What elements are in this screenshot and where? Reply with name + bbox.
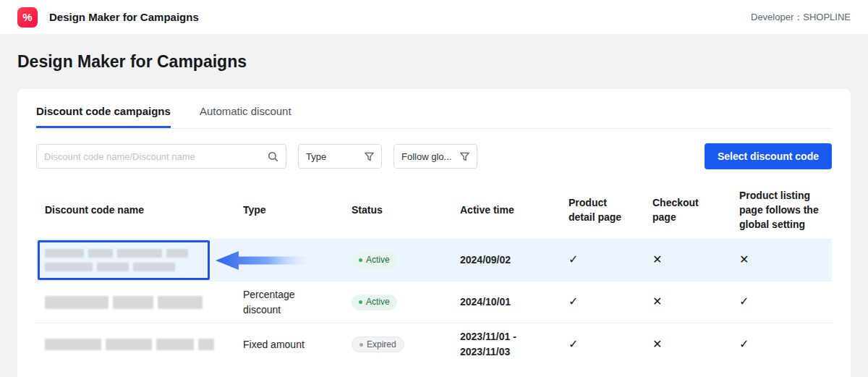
listing-check-icon: ✓ — [731, 331, 832, 358]
search-input[interactable] — [44, 151, 268, 162]
follow-global-filter-label: Follow glo... — [401, 151, 460, 162]
checkout-cross-icon: ✕ — [644, 331, 731, 358]
logo-glyph: % — [22, 11, 32, 23]
filter-funnel-icon — [460, 152, 469, 161]
search-icon — [268, 151, 278, 162]
redacted-name — [45, 296, 226, 309]
status-dot-icon — [359, 258, 362, 262]
status-label: Active — [366, 296, 390, 308]
campaigns-card: Discount code campaigns Automatic discou… — [17, 89, 851, 377]
filter-row: Type Follow glo... Select discount code — [36, 143, 832, 169]
type-filter-label: Type — [306, 151, 365, 162]
type-cell: Fixed amount — [234, 331, 343, 357]
select-discount-code-button[interactable]: Select discount code — [705, 143, 832, 169]
redacted-name — [45, 249, 226, 271]
header-checkout-page: Checkout page — [644, 190, 731, 231]
page-title: Design Maker for Campaigns — [17, 52, 851, 72]
active-time-cell: 2023/11/01 - 2023/11/03 — [451, 323, 560, 365]
app-title: Design Maker for Campaigns — [49, 11, 199, 23]
follow-global-filter-dropdown[interactable]: Follow glo... — [393, 144, 477, 169]
status-cell: Active — [343, 288, 451, 316]
tab-automatic-discount[interactable]: Automatic discount — [200, 101, 292, 128]
status-dot-icon — [359, 343, 363, 347]
status-label: Expired — [367, 339, 396, 351]
status-cell: Active — [343, 246, 451, 274]
table-header-row: Discount code name Type Status Active ti… — [36, 181, 832, 239]
table-row[interactable]: Percentage discount Active 2024/10/01 ✓ … — [36, 281, 832, 323]
status-label: Active — [366, 254, 390, 266]
discount-code-name-cell — [36, 243, 234, 277]
type-cell — [234, 255, 343, 266]
table-row[interactable]: Fixed amount Expired 2023/11/01 - 2023/1… — [36, 323, 832, 365]
tab-discount-code-campaigns[interactable]: Discount code campaigns — [36, 101, 171, 128]
product-detail-check-icon: ✓ — [560, 246, 644, 274]
header-active-time: Active time — [451, 197, 560, 223]
table-row[interactable]: Active 2024/09/02 ✓ ✕ ✕ — [36, 239, 832, 281]
campaigns-table: Discount code name Type Status Active ti… — [36, 181, 832, 365]
redacted-name — [45, 339, 226, 350]
product-detail-check-icon: ✓ — [560, 288, 644, 315]
listing-cross-icon: ✕ — [731, 246, 832, 274]
header-type: Type — [234, 197, 343, 223]
status-badge: Expired — [352, 336, 404, 352]
checkout-cross-icon: ✕ — [644, 288, 731, 315]
shopline-percent-logo-icon: % — [17, 7, 38, 27]
header-product-detail-page: Product detail page — [560, 190, 644, 231]
discount-code-name-cell — [36, 333, 234, 356]
status-badge: Active — [352, 253, 397, 268]
listing-check-icon: ✓ — [731, 288, 832, 315]
search-box[interactable] — [36, 144, 286, 169]
header-status: Status — [343, 197, 451, 223]
type-cell: Percentage discount — [234, 281, 343, 323]
checkout-cross-icon: ✕ — [644, 246, 731, 274]
active-time-cell: 2024/10/01 — [451, 289, 560, 315]
discount-code-name-cell — [36, 290, 234, 315]
tabs: Discount code campaigns Automatic discou… — [36, 89, 832, 129]
status-dot-icon — [359, 300, 362, 304]
filter-funnel-icon — [365, 152, 374, 161]
active-time-cell: 2024/09/02 — [451, 247, 560, 274]
header-product-listing-follows: Product listing page follows the global … — [731, 182, 832, 238]
header-discount-code-name: Discount code name — [36, 197, 234, 223]
page: Design Maker for Campaigns Discount code… — [0, 35, 868, 377]
type-filter-dropdown[interactable]: Type — [298, 144, 382, 169]
topbar: % Design Maker for Campaigns Developer：S… — [0, 0, 868, 35]
account-label: Developer：SHOPLINE — [751, 11, 851, 24]
status-badge: Active — [352, 295, 397, 310]
status-cell: Expired — [343, 331, 451, 359]
product-detail-check-icon: ✓ — [560, 331, 644, 358]
